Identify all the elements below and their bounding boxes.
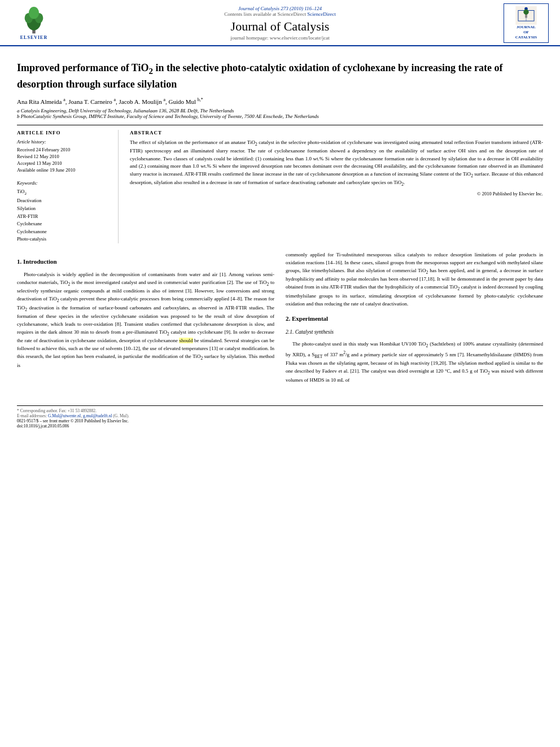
abstract-text: The effect of silylation on the performa… — [130, 139, 543, 187]
body-col-left: 1. Introduction Photo-catalysis is widel… — [17, 251, 274, 388]
intro-p2: commonly applied for Ti-substituted meso… — [286, 251, 543, 308]
body-columns: 1. Introduction Photo-catalysis is widel… — [17, 251, 543, 388]
intro-heading: 1. Introduction — [17, 257, 274, 267]
history-label: Article history: — [17, 139, 110, 145]
authors-line: Ana Rita Almeida a, Joana T. Carneiro a,… — [17, 97, 543, 105]
page-footer: * Corresponding author. Fax: +31 53 4892… — [17, 405, 543, 429]
experimental-heading: 2. Experimental — [286, 314, 543, 324]
article-title: Improved performance of TiO2 in the sele… — [17, 61, 543, 91]
email-note: E-mail addresses: G.Mul@utwente.nl, g.mu… — [17, 413, 543, 418]
keywords-label: Keywords: — [17, 180, 110, 186]
copyright-notice: © 2010 Published by Elsevier Inc. — [130, 191, 543, 196]
corresponding-note: * Corresponding author. Fax: +31 53 4892… — [17, 408, 543, 413]
intro-p1: Photo-catalysis is widely applied in the… — [17, 271, 274, 370]
affiliation-a: a Catalysis Engineering, Delft Universit… — [17, 108, 543, 113]
journal-logo-icon — [515, 6, 537, 25]
elsevier-text: ELSEVIER — [20, 35, 47, 40]
journal-logo-box: JOURNALOFCATALYSIS — [504, 3, 549, 43]
article-info-abstract-section: ARTICLE INFO Article history: Received 2… — [17, 125, 543, 243]
affiliation-b: b PhotoCatalytic Synthesis Group, IMPACT… — [17, 113, 543, 119]
journal-header: ELSEVIER Journal of Catalysis 273 (2010)… — [0, 0, 560, 46]
title-text-1: Improved performance of TiO — [17, 62, 148, 73]
elsevier-tree-icon — [17, 7, 51, 35]
synthesis-subheading: 2.1. Catalyst synthesis — [286, 328, 543, 337]
revised-date: Revised 12 May 2010 — [17, 154, 110, 159]
article-info-panel: ARTICLE INFO Article history: Received 2… — [17, 130, 119, 243]
journal-logo-title: JOURNALOFCATALYSIS — [515, 25, 537, 40]
affiliations: a Catalysis Engineering, Delft Universit… — [17, 108, 543, 119]
received-date: Received 24 February 2010 — [17, 147, 110, 152]
synthesis-p1: The photo-catalyst used in this study wa… — [286, 340, 543, 384]
elsevier-logo: ELSEVIER — [11, 7, 56, 40]
available-date: Available online 19 June 2010 — [17, 167, 110, 173]
contents-line: Contents lists available at ScienceDirec… — [56, 11, 504, 17]
journal-name-big: Journal of Catalysis — [56, 19, 504, 34]
journal-homepage: journal homepage: www.elsevier.com/locat… — [56, 35, 504, 41]
body-col-right: commonly applied for Ti-substituted meso… — [286, 251, 543, 388]
header-center: Journal of Catalysis 273 (2010) 116–124 … — [56, 6, 504, 41]
keywords-list: TiO2 Deactivation Silylation ATR-FTIR Cy… — [17, 188, 110, 243]
svg-point-4 — [29, 7, 39, 19]
abstract-section: ABSTRACT The effect of silylation on the… — [130, 130, 543, 243]
article-info-label: ARTICLE INFO — [17, 130, 110, 136]
main-content: Improved performance of TiO2 in the sele… — [0, 46, 560, 400]
tio2-sub: 2 — [148, 67, 153, 76]
journal-ref: Journal of Catalysis 273 (2010) 116–124 — [56, 6, 504, 11]
abstract-label: ABSTRACT — [130, 130, 543, 136]
svg-point-10 — [523, 10, 528, 15]
doi-line: doi:10.1016/j.jcat.2010.05.006 — [17, 423, 543, 429]
email-link-2[interactable]: g.mul@tudelft.nl — [83, 413, 112, 418]
sciencedirect-link[interactable]: ScienceDirect — [307, 11, 335, 17]
accepted-date: Accepted 13 May 2010 — [17, 160, 110, 166]
issn-line: 0021-9517/$ – see front matter © 2010 Pu… — [17, 418, 543, 423]
email-link-1[interactable]: G.Mul@utwente.nl — [48, 413, 81, 418]
